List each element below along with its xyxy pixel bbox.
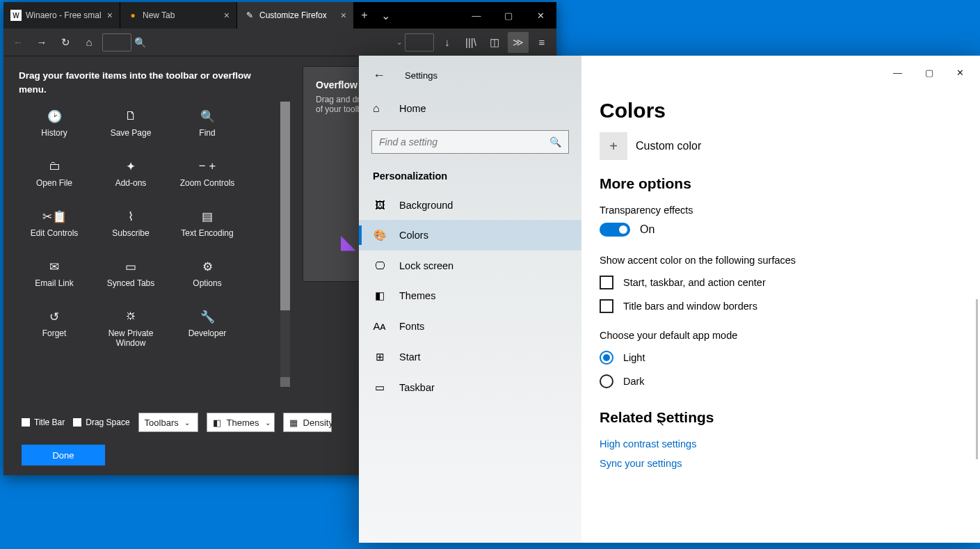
- more-options-heading: More options: [600, 175, 952, 192]
- link-sync-settings[interactable]: Sync your settings: [600, 458, 952, 469]
- toggle-switch[interactable]: [600, 223, 630, 237]
- accent-label: Show accent color on the following surfa…: [600, 255, 952, 266]
- category-label: Personalization: [359, 164, 581, 190]
- close-icon[interactable]: ×: [107, 10, 113, 21]
- radio-dark[interactable]: Dark: [600, 374, 952, 388]
- tab-list-button[interactable]: ⌄: [375, 2, 396, 29]
- nav-background[interactable]: 🖼Background: [359, 190, 581, 220]
- item-subscribe[interactable]: ⌇Subscribe: [93, 209, 169, 238]
- tab-winaero[interactable]: W Winaero - Free smal ×: [3, 2, 120, 29]
- library-button[interactable]: |||\: [460, 32, 481, 53]
- nav-taskbar[interactable]: ▭Taskbar: [359, 372, 581, 403]
- plus-icon: +: [600, 132, 627, 160]
- item-developer[interactable]: 🔧Developer: [169, 309, 246, 348]
- folder-icon: 🗀: [49, 159, 61, 174]
- url-bar[interactable]: 🔍 ⌄: [134, 37, 402, 48]
- close-icon[interactable]: ×: [224, 10, 230, 21]
- scrollbar[interactable]: [280, 102, 290, 387]
- scroll-thumb[interactable]: [280, 102, 290, 310]
- nav-colors[interactable]: 🎨Colors: [359, 220, 581, 250]
- scroll-down[interactable]: [280, 377, 290, 387]
- drag-placeholder[interactable]: [102, 33, 131, 51]
- picture-icon: 🖼: [373, 199, 387, 211]
- close-button[interactable]: ✕: [524, 2, 556, 29]
- nav-start[interactable]: ⊞Start: [359, 342, 581, 372]
- chevron-down-icon: ⌄: [265, 419, 271, 427]
- item-private[interactable]: ⛭New Private Window: [93, 309, 169, 348]
- nav-fonts[interactable]: AᴀFonts: [359, 311, 581, 342]
- content-scrollbar[interactable]: [976, 299, 978, 459]
- transparency-toggle[interactable]: On: [600, 223, 952, 237]
- close-button[interactable]: ✕: [945, 63, 976, 82]
- settings-sidebar: ← Settings ⌂ Home 🔍 Personalization 🖼Bac…: [359, 56, 581, 543]
- themes-dropdown[interactable]: ◧Themes⌄: [207, 413, 275, 432]
- taskbar-icon: ▭: [373, 381, 387, 394]
- menu-button[interactable]: ≡: [531, 32, 552, 53]
- save-icon: 🗋: [125, 109, 137, 124]
- item-edit[interactable]: ✂📋Edit Controls: [16, 209, 93, 238]
- rss-icon: ⌇: [128, 209, 134, 224]
- mask-icon: ⛭: [125, 309, 137, 324]
- tab-customize[interactable]: ✎ Customize Firefox ×: [237, 2, 354, 29]
- home-button[interactable]: ⌂: [79, 32, 99, 53]
- settings-window: ← Settings ⌂ Home 🔍 Personalization 🖼Bac…: [359, 56, 980, 543]
- tab-newtab[interactable]: ● New Tab ×: [120, 2, 237, 29]
- item-encoding[interactable]: ▤Text Encoding: [169, 209, 246, 238]
- nav-themes[interactable]: ◧Themes: [359, 280, 581, 311]
- chevron-down-icon[interactable]: ⌄: [396, 38, 402, 46]
- tabs-icon: ▭: [125, 259, 136, 274]
- dragspace-checkbox[interactable]: Drag Space: [73, 417, 129, 427]
- app-mode-label: Choose your default app mode: [600, 330, 952, 341]
- nav-lockscreen[interactable]: 🖵Lock screen: [359, 250, 581, 280]
- back-button[interactable]: ←: [8, 32, 29, 53]
- reload-button[interactable]: ↻: [55, 32, 76, 53]
- item-emaillink[interactable]: ✉Email Link: [16, 259, 93, 288]
- minimize-button[interactable]: —: [460, 2, 492, 29]
- new-tab-button[interactable]: +: [354, 2, 375, 29]
- nav-toolbar: ← → ↻ ⌂ 🔍 ⌄ ↓ |||\ ◫ ≫ ≡: [3, 29, 556, 56]
- item-savepage[interactable]: 🗋Save Page: [93, 109, 169, 138]
- overflow-button[interactable]: ≫: [508, 32, 529, 53]
- tab-label: Customize Firefox: [259, 10, 327, 20]
- forward-button[interactable]: →: [31, 32, 52, 53]
- settings-header: ← Settings: [359, 65, 581, 95]
- item-openfile[interactable]: 🗀Open File: [16, 159, 93, 188]
- item-zoom[interactable]: − +Zoom Controls: [169, 159, 246, 188]
- item-addons[interactable]: ✦Add-ons: [93, 159, 169, 188]
- settings-content: — ▢ ✕ Colors + Custom color More options…: [581, 56, 980, 543]
- sidebar-button[interactable]: ◫: [484, 32, 505, 53]
- tab-label: New Tab: [143, 10, 175, 20]
- item-options[interactable]: ⚙Options: [169, 259, 246, 288]
- done-button[interactable]: Done: [22, 445, 105, 466]
- custom-color-button[interactable]: + Custom color: [600, 132, 952, 160]
- nav-home[interactable]: ⌂ Home: [359, 95, 581, 122]
- toolbars-dropdown[interactable]: Toolbars⌄: [138, 413, 198, 432]
- theme-icon: ◧: [373, 289, 387, 302]
- checkbox-start-taskbar[interactable]: Start, taskbar, and action center: [600, 276, 952, 289]
- tab-bar: W Winaero - Free smal × ● New Tab × ✎ Cu…: [3, 2, 556, 29]
- titlebar-checkbox[interactable]: Title Bar: [22, 417, 65, 427]
- find-icon: 🔍: [200, 109, 215, 124]
- maximize-button[interactable]: ▢: [913, 63, 945, 82]
- downloads-button[interactable]: ↓: [437, 32, 458, 53]
- start-icon: ⊞: [373, 351, 387, 363]
- item-find[interactable]: 🔍Find: [169, 109, 246, 138]
- radio-light[interactable]: Light: [600, 351, 952, 365]
- item-synced[interactable]: ▭Synced Tabs: [93, 259, 169, 288]
- link-high-contrast[interactable]: High contrast settings: [600, 438, 952, 449]
- checkbox-titlebars[interactable]: Title bars and window borders: [600, 299, 952, 313]
- item-forget[interactable]: ↺Forget: [16, 309, 93, 348]
- search-icon: 🔍: [549, 136, 561, 148]
- back-button[interactable]: ←: [373, 68, 385, 83]
- mail-icon: ✉: [49, 259, 59, 274]
- maximize-button[interactable]: ▢: [492, 2, 524, 29]
- density-dropdown[interactable]: ▦Density: [283, 413, 332, 432]
- item-history[interactable]: 🕑History: [16, 109, 93, 138]
- close-icon[interactable]: ×: [341, 10, 346, 21]
- window-controls: — ▢ ✕: [882, 63, 976, 82]
- drag-placeholder[interactable]: [405, 33, 434, 51]
- search-icon: 🔍: [134, 37, 147, 48]
- minimize-button[interactable]: —: [882, 63, 913, 82]
- search-box[interactable]: 🔍: [371, 130, 569, 154]
- search-input[interactable]: [379, 136, 549, 148]
